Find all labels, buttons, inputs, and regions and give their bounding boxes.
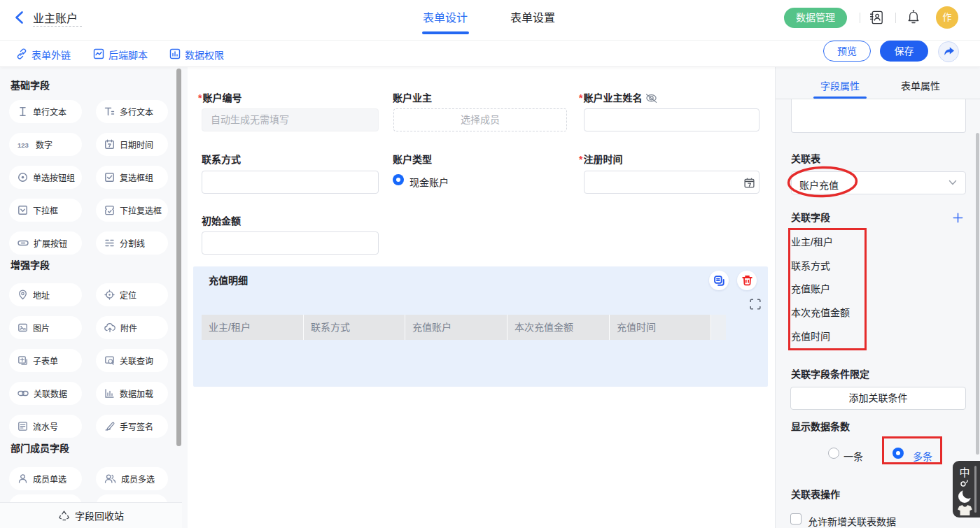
svg-text:123: 123 [18, 141, 29, 149]
